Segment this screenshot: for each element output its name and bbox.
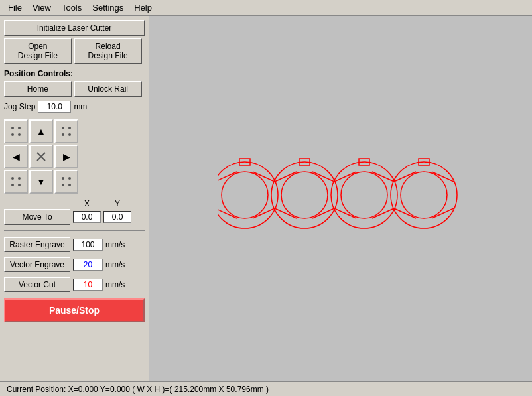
svg-point-2 [11, 133, 14, 136]
svg-point-6 [62, 133, 64, 136]
raster-engrave-row: Raster Engrave mm/s [4, 237, 145, 252]
svg-point-4 [62, 127, 64, 129]
svg-line-37 [334, 208, 356, 218]
jog-center-button[interactable] [29, 145, 53, 168]
vector-engrave-unit: mm/s [105, 260, 125, 269]
y-header: Y [103, 199, 131, 208]
left-panel: Initialize Laser Cutter Open Design File… [0, 16, 149, 381]
moveto-x-input[interactable] [73, 211, 101, 223]
jog-step-unit: mm [74, 102, 87, 111]
svg-line-43 [432, 172, 454, 182]
jog-step-input[interactable] [38, 101, 71, 113]
jog-up-button[interactable]: ▲ [29, 119, 53, 143]
svg-line-30 [275, 208, 297, 218]
vector-cut-button[interactable]: Vector Cut [4, 277, 70, 292]
vector-cut-unit: mm/s [105, 280, 125, 289]
jog-bot-right[interactable] [54, 170, 78, 194]
x-header: X [73, 199, 101, 208]
jog-top-left[interactable] [4, 119, 28, 143]
svg-line-28 [275, 172, 297, 182]
jog-step-label: Jog Step [4, 102, 35, 111]
svg-point-13 [18, 184, 21, 186]
svg-point-5 [68, 127, 71, 129]
jog-right-button[interactable]: ▶ [54, 145, 78, 168]
svg-point-33 [341, 172, 387, 218]
vector-engrave-button[interactable]: Vector Engrave [4, 257, 70, 272]
jog-step-row: Jog Step mm [4, 101, 145, 113]
vector-engrave-input[interactable] [73, 259, 103, 271]
moveto-button[interactable]: Move To [4, 209, 70, 225]
raster-unit: mm/s [105, 240, 125, 249]
svg-line-36 [372, 172, 394, 182]
svg-point-11 [18, 177, 21, 180]
svg-point-19 [222, 172, 268, 218]
moveto-y-input[interactable] [103, 211, 131, 223]
statusbar: Current Position: X=0.000 Y=0.000 ( W X … [0, 381, 532, 396]
jog-grid: ▲ ◀ ▶ ▼ [4, 119, 145, 194]
position-controls-label: Position Controls: [4, 69, 145, 78]
svg-point-14 [62, 177, 64, 180]
menu-settings[interactable]: Settings [87, 1, 129, 14]
main-layout: Initialize Laser Cutter Open Design File… [0, 16, 532, 381]
vector-engrave-row: Vector Engrave mm/s [4, 257, 145, 272]
svg-line-35 [334, 172, 356, 182]
home-unlock-row: Home Unlock Rail [4, 81, 145, 97]
canvas-area [149, 16, 532, 381]
svg-point-16 [62, 184, 64, 186]
vector-cut-row: Vector Cut mm/s [4, 277, 145, 292]
svg-line-38 [372, 208, 394, 218]
reload-design-button[interactable]: Reload Design File [74, 38, 142, 64]
svg-line-29 [312, 172, 334, 182]
svg-point-15 [68, 177, 71, 180]
svg-line-22 [253, 172, 275, 182]
design-svg [218, 155, 464, 235]
svg-point-10 [11, 177, 14, 180]
svg-line-44 [394, 208, 416, 218]
moveto-row: Move To [4, 209, 145, 225]
svg-point-26 [281, 172, 328, 218]
svg-line-24 [253, 208, 275, 218]
svg-point-7 [68, 133, 71, 136]
menu-view[interactable]: View [27, 1, 56, 14]
svg-line-31 [312, 208, 334, 218]
vector-cut-input[interactable] [73, 279, 103, 291]
raster-engrave-button[interactable]: Raster Engrave [4, 237, 70, 252]
svg-line-21 [218, 172, 237, 182]
menu-file[interactable]: File [3, 1, 27, 14]
svg-line-23 [218, 208, 237, 218]
svg-line-45 [432, 208, 454, 218]
svg-point-1 [18, 127, 21, 129]
svg-point-12 [11, 184, 14, 186]
menubar: File View Tools Settings Help [0, 0, 532, 16]
svg-point-0 [11, 127, 14, 129]
jog-top-right[interactable] [54, 119, 78, 143]
open-design-button[interactable]: Open Design File [4, 38, 72, 64]
status-text: Current Position: X=0.000 Y=0.000 ( W X … [7, 385, 269, 394]
home-button[interactable]: Home [4, 81, 72, 97]
svg-point-3 [18, 133, 21, 136]
menu-help[interactable]: Help [129, 1, 157, 14]
raster-engrave-input[interactable] [73, 239, 103, 251]
jog-bot-left[interactable] [4, 170, 28, 194]
jog-left-button[interactable]: ◀ [4, 145, 28, 168]
menu-tools[interactable]: Tools [56, 1, 87, 14]
svg-line-42 [394, 172, 416, 182]
xy-headers: X Y [4, 199, 145, 208]
svg-point-17 [68, 184, 71, 186]
file-buttons-row: Open Design File Reload Design File [4, 38, 145, 64]
moveto-section: X Y Move To [4, 199, 145, 225]
divider [4, 230, 145, 231]
pause-stop-button[interactable]: Pause/Stop [4, 298, 145, 322]
svg-point-40 [401, 172, 447, 218]
unlock-rail-button[interactable]: Unlock Rail [74, 81, 142, 97]
initialize-button[interactable]: Initialize Laser Cutter [4, 20, 145, 36]
jog-down-button[interactable]: ▼ [29, 170, 53, 194]
